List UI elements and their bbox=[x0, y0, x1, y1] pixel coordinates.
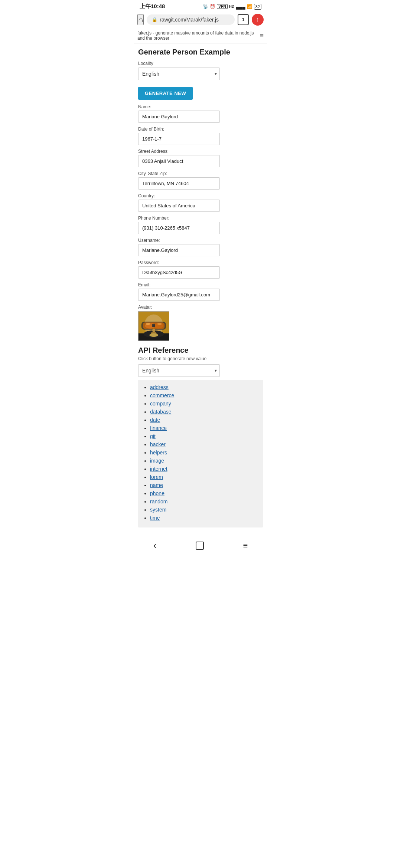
phone-field-group: Phone Number: bbox=[138, 216, 263, 234]
api-link[interactable]: phone bbox=[150, 490, 164, 496]
list-item: phone bbox=[150, 490, 258, 496]
svg-point-13 bbox=[149, 333, 158, 337]
username-field-group: Username: bbox=[138, 238, 263, 256]
main-content: Generate Person Example Locality English… bbox=[134, 43, 267, 535]
phone-input[interactable] bbox=[138, 222, 220, 234]
hd-badge: HD bbox=[229, 4, 234, 9]
api-list-container: addresscommercecompanydatabasedatefinanc… bbox=[138, 380, 263, 527]
country-label: Country: bbox=[138, 193, 263, 198]
locality-select[interactable]: English bbox=[138, 68, 220, 80]
avatar bbox=[138, 311, 169, 341]
tab-count[interactable]: 1 bbox=[238, 14, 249, 25]
password-field-group: Password: bbox=[138, 260, 263, 279]
list-item: name bbox=[150, 482, 258, 488]
alarm-icon: ⏰ bbox=[210, 4, 215, 9]
api-link[interactable]: database bbox=[150, 409, 172, 415]
street-label: Street Address: bbox=[138, 149, 263, 154]
email-input[interactable] bbox=[138, 289, 220, 301]
list-item: time bbox=[150, 515, 258, 521]
username-input[interactable] bbox=[138, 244, 220, 256]
svg-point-11 bbox=[152, 329, 155, 332]
wifi-icon: 📶 bbox=[247, 4, 252, 9]
locality-section: Locality English ▾ bbox=[138, 61, 263, 80]
menu-button[interactable]: ≡ bbox=[243, 541, 248, 550]
hamburger-icon[interactable]: ≡ bbox=[260, 32, 264, 40]
api-link[interactable]: system bbox=[150, 507, 166, 513]
browser-bar: ⌂ 🔒 rawgit.com/Marak/faker.js 1 ↑ bbox=[134, 11, 267, 28]
name-field-group: Name: bbox=[138, 104, 263, 123]
avatar-label: Avatar: bbox=[138, 305, 263, 310]
list-item: address bbox=[150, 384, 258, 390]
list-item: lorem bbox=[150, 474, 258, 480]
generate-button[interactable]: GENERATE NEW bbox=[138, 87, 193, 100]
list-item: company bbox=[150, 401, 258, 407]
api-link[interactable]: helpers bbox=[150, 450, 167, 456]
battery-icon: 82 bbox=[254, 4, 261, 10]
api-link[interactable]: address bbox=[150, 384, 169, 390]
locality-label: Locality bbox=[138, 61, 263, 66]
status-icons: 📡 ⏰ VPN HD ▄▄▄ 📶 82 bbox=[203, 4, 261, 10]
page-title: Generate Person Example bbox=[138, 48, 263, 56]
username-label: Username: bbox=[138, 238, 263, 243]
svg-rect-8 bbox=[152, 324, 155, 327]
name-input[interactable] bbox=[138, 111, 220, 123]
bottom-nav: ‹ ≡ bbox=[134, 535, 267, 557]
api-link[interactable]: time bbox=[150, 515, 160, 521]
api-link[interactable]: commerce bbox=[150, 392, 174, 398]
svg-point-9 bbox=[146, 323, 150, 325]
home-square-button[interactable] bbox=[196, 542, 204, 550]
api-link[interactable]: internet bbox=[150, 466, 167, 472]
list-item: finance bbox=[150, 425, 258, 431]
lock-icon: 🔒 bbox=[152, 17, 157, 22]
url-bar[interactable]: 🔒 rawgit.com/Marak/faker.js bbox=[147, 14, 235, 25]
api-link[interactable]: name bbox=[150, 482, 163, 488]
list-item: helpers bbox=[150, 450, 258, 456]
list-item: hacker bbox=[150, 441, 258, 447]
name-label: Name: bbox=[138, 104, 263, 109]
api-link[interactable]: date bbox=[150, 417, 160, 423]
list-item: internet bbox=[150, 466, 258, 472]
street-field-group: Street Address: bbox=[138, 149, 263, 167]
upload-button[interactable]: ↑ bbox=[252, 14, 264, 26]
locality-select-wrapper[interactable]: English ▾ bbox=[138, 68, 220, 80]
back-button[interactable]: ‹ bbox=[153, 540, 157, 551]
api-link[interactable]: image bbox=[150, 458, 164, 464]
city-field-group: City, State Zip: bbox=[138, 171, 263, 190]
email-label: Email: bbox=[138, 282, 263, 287]
city-label: City, State Zip: bbox=[138, 171, 263, 176]
phone-label: Phone Number: bbox=[138, 216, 263, 221]
api-link[interactable]: random bbox=[150, 499, 167, 504]
signal-icon: ▄▄▄ bbox=[236, 4, 245, 9]
api-link[interactable]: finance bbox=[150, 425, 167, 431]
password-input[interactable] bbox=[138, 266, 220, 279]
list-item: system bbox=[150, 507, 258, 513]
api-link[interactable]: hacker bbox=[150, 441, 166, 447]
svg-point-10 bbox=[157, 323, 162, 325]
list-item: random bbox=[150, 499, 258, 504]
list-item: git bbox=[150, 433, 258, 439]
page-subtitle: faker.js - generate massive amounts of f… bbox=[137, 30, 260, 41]
url-text: rawgit.com/Marak/faker.js bbox=[160, 17, 219, 23]
api-list: addresscommercecompanydatabasedatefinanc… bbox=[147, 384, 258, 521]
bluetooth-icon: 📡 bbox=[203, 4, 208, 9]
status-bar: 上午10:48 📡 ⏰ VPN HD ▄▄▄ 📶 82 bbox=[134, 0, 267, 11]
api-locale-select[interactable]: English bbox=[138, 364, 220, 377]
api-locale-select-wrapper[interactable]: English ▾ bbox=[138, 364, 220, 377]
street-input[interactable] bbox=[138, 155, 220, 167]
dob-input[interactable] bbox=[138, 133, 220, 145]
avatar-image bbox=[138, 311, 169, 341]
api-link[interactable]: company bbox=[150, 401, 171, 407]
list-item: image bbox=[150, 458, 258, 464]
city-input[interactable] bbox=[138, 177, 220, 190]
list-item: commerce bbox=[150, 392, 258, 398]
vpn-badge: VPN bbox=[217, 4, 228, 9]
home-button[interactable]: ⌂ bbox=[137, 14, 144, 25]
api-title: API Reference bbox=[138, 346, 263, 355]
email-field-group: Email: bbox=[138, 282, 263, 301]
api-link[interactable]: lorem bbox=[150, 474, 163, 480]
api-link[interactable]: git bbox=[150, 433, 156, 439]
list-item: date bbox=[150, 417, 258, 423]
country-input[interactable] bbox=[138, 200, 220, 212]
list-item: database bbox=[150, 409, 258, 415]
avatar-field-group: Avatar: bbox=[138, 305, 263, 341]
